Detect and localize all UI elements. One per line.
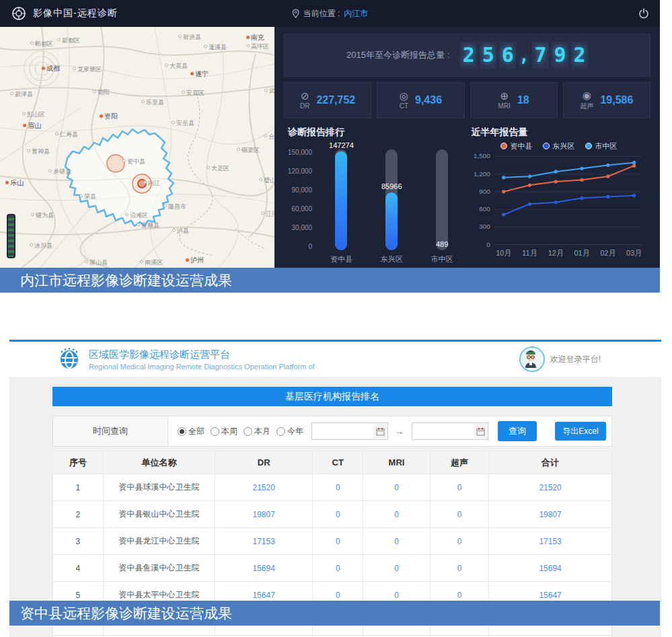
bar-value-label: 147274 bbox=[316, 141, 367, 149]
bar-y-tick: 30,000 bbox=[291, 225, 312, 231]
radio-本月[interactable]: 本月 bbox=[244, 426, 270, 437]
power-button[interactable] bbox=[638, 8, 649, 19]
radio-label: 本周 bbox=[221, 426, 237, 437]
table-cell-number[interactable]: 21520 bbox=[215, 474, 312, 501]
line-chart-x-tick: 10月 bbox=[496, 249, 511, 257]
table-cell-number[interactable]: 15694 bbox=[489, 555, 612, 582]
bar-category-label: 市中区 bbox=[417, 254, 468, 264]
modality-stat-cards: ⊘DR227,752◎CT9,436⊕MRI18◉超声19,586 bbox=[284, 82, 650, 118]
radio-circle[interactable] bbox=[178, 427, 186, 436]
line-chart-y-tick: 1,200 bbox=[473, 170, 490, 178]
table-cell-number[interactable]: 19807 bbox=[489, 501, 612, 528]
table-cell-number[interactable]: 0 bbox=[430, 474, 488, 501]
line-chart-y-tick: 0 bbox=[486, 241, 490, 248]
bar-y-tick: 150,000 bbox=[288, 149, 312, 156]
dashboard-title: 影像中国-远程诊断 bbox=[33, 7, 118, 20]
table-cell-number[interactable]: 0 bbox=[363, 501, 431, 528]
legend-dot bbox=[543, 143, 550, 149]
table-cell-number[interactable]: 21520 bbox=[489, 474, 612, 501]
line-data-point bbox=[580, 178, 583, 182]
map-zoom-control[interactable] bbox=[7, 214, 15, 258]
map-place-label: 武胜 bbox=[264, 87, 274, 96]
line-data-point bbox=[580, 196, 583, 200]
table-cell-text: 3 bbox=[53, 528, 104, 555]
table-cell-text: 资中县球溪中心卫生院 bbox=[103, 474, 215, 501]
radio-label: 今年 bbox=[287, 426, 303, 437]
table-cell-number[interactable]: 15694 bbox=[215, 555, 312, 582]
portal-logo-icon bbox=[57, 346, 82, 372]
counter-digit: 2 bbox=[571, 42, 588, 69]
export-excel-button[interactable]: 导出Excel bbox=[555, 422, 606, 441]
table-cell-text: 资中县银山中心卫生院 bbox=[103, 501, 215, 528]
radio-circle[interactable] bbox=[276, 427, 285, 436]
stat-icon-wrap: ◎CT bbox=[400, 91, 408, 110]
table-row: 1资中县球溪中心卫生院2152000021520 bbox=[53, 474, 612, 501]
user-avatar[interactable] bbox=[519, 346, 545, 372]
region-map[interactable]: 郫都区新都区成都龙泉驿区新津县简阳彭山区眉山仁寿县资阳乐至县安居区大英县遂宁射洪… bbox=[0, 27, 274, 268]
table-cell-number[interactable]: 17153 bbox=[489, 528, 612, 555]
map-place-label: 乐山 bbox=[5, 178, 24, 188]
screen: 影像中国-远程诊断 当前位置 : 内江市 bbox=[0, 0, 672, 637]
map-place-label: 江津 bbox=[261, 210, 274, 219]
radio-circle[interactable] bbox=[244, 427, 252, 436]
map-place-label: 合川 bbox=[264, 133, 274, 141]
map-place-label: 成都 bbox=[42, 64, 60, 73]
table-row: 3资中县龙江中心卫生院1715300017153 bbox=[53, 528, 612, 555]
table-cell-number[interactable]: 19807 bbox=[215, 501, 312, 528]
table-cell-number[interactable]: 0 bbox=[430, 528, 488, 555]
radio-本周[interactable]: 本周 bbox=[211, 426, 237, 437]
line-chart-x-tick: 03月 bbox=[626, 249, 642, 257]
table-cell-number[interactable]: 17153 bbox=[215, 528, 312, 555]
table-cell-number[interactable]: 0 bbox=[313, 474, 363, 501]
table-cell-text: 4 bbox=[53, 555, 104, 582]
counter-digit: 5 bbox=[480, 42, 496, 69]
table-cell-number[interactable]: 0 bbox=[313, 501, 363, 528]
table-cell-number[interactable]: 0 bbox=[430, 501, 488, 528]
bar-value-label: 85966 bbox=[367, 182, 417, 190]
bar-y-tick: 60,000 bbox=[291, 206, 312, 213]
map-place-label: 高坪区 bbox=[246, 42, 269, 51]
radio-circle[interactable] bbox=[211, 427, 219, 436]
stat-card-value: 227,752 bbox=[316, 94, 355, 106]
map-place-label: 荣县 bbox=[79, 192, 96, 201]
table-cell-number[interactable]: 0 bbox=[313, 528, 363, 555]
bar-chart-y-axis: 150,000120,00090,00060,00030,0000 bbox=[284, 149, 316, 250]
table-cell-number[interactable]: 0 bbox=[363, 528, 431, 555]
table-row: 4资中县鱼溪中心卫生院1569400015694 bbox=[53, 555, 612, 582]
date-to-input[interactable] bbox=[412, 422, 488, 440]
map-place-label: 新津县 bbox=[10, 90, 33, 99]
date-from-input[interactable] bbox=[311, 422, 388, 440]
line-data-point bbox=[527, 184, 531, 187]
calendar-icon[interactable] bbox=[373, 424, 387, 439]
line-chart-x-tick: 12月 bbox=[548, 249, 563, 257]
table-header-row: 序号单位名称DRCTMRI超声合计 bbox=[53, 451, 612, 474]
radio-全部[interactable]: 全部 bbox=[178, 426, 204, 437]
table-cell-number[interactable]: 0 bbox=[430, 555, 488, 582]
map-place-label: 蓬溪县 bbox=[204, 43, 227, 52]
doctor-avatar-icon bbox=[521, 348, 541, 368]
power-icon bbox=[638, 8, 649, 19]
search-button[interactable]: 查询 bbox=[498, 421, 537, 441]
table-cell-number[interactable]: 0 bbox=[363, 555, 431, 582]
bar-track bbox=[436, 149, 448, 250]
total-reports-counter: 256,792 bbox=[460, 42, 588, 69]
table-header-cell: DR bbox=[215, 451, 312, 474]
calendar-icon[interactable] bbox=[474, 424, 487, 439]
line-chart-legend: 资中县东兴区市中区 bbox=[468, 140, 651, 152]
stat-card-label: 超声 bbox=[580, 102, 593, 111]
table-header-cell: 单位名称 bbox=[103, 451, 215, 474]
map-place-label: 泸县 bbox=[172, 227, 189, 235]
table-cell-number[interactable]: 0 bbox=[313, 555, 363, 582]
map-place-label: 射洪县 bbox=[178, 33, 201, 42]
map-place-label: 沿滩区 bbox=[125, 211, 148, 220]
line-data-point bbox=[554, 200, 557, 204]
table-cell-number[interactable]: 0 bbox=[363, 474, 431, 501]
radio-label: 本月 bbox=[254, 426, 270, 437]
map-place-label: 青神县 bbox=[27, 147, 50, 156]
current-location: 当前位置 : 内江市 bbox=[292, 8, 369, 20]
radio-今年[interactable]: 今年 bbox=[276, 426, 303, 437]
line-data-point bbox=[580, 167, 583, 170]
counter-digit: 9 bbox=[552, 42, 568, 69]
dashboard-header: 影像中国-远程诊断 当前位置 : 内江市 bbox=[0, 0, 660, 27]
line-data-point bbox=[606, 163, 609, 167]
